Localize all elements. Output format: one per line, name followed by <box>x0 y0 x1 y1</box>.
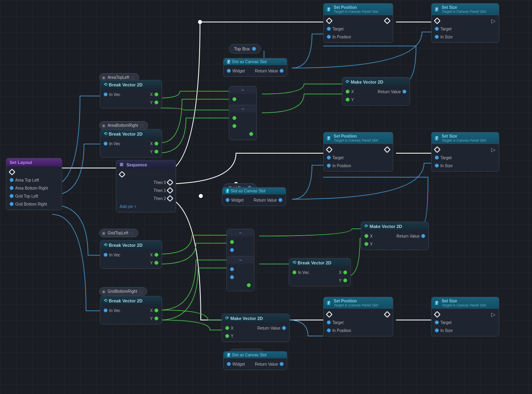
area-bottom-right-var-label: AreaBottomRight <box>108 123 138 128</box>
grid-top-left-label: Grid Top Left <box>15 194 38 198</box>
mv-grid-y-pin[interactable] <box>364 242 368 246</box>
area-bottom-right-label: Area Bottom Right <box>15 186 48 190</box>
seq-then2-pin[interactable] <box>167 195 174 202</box>
area-top-left-var-label: AreaTopLeft <box>108 75 129 80</box>
mv-extra-x-pin[interactable] <box>225 326 229 330</box>
bv-at-y-pin[interactable] <box>154 100 158 104</box>
ss1-insize-row: In Size <box>432 33 499 41</box>
sub1-a-pin[interactable] <box>232 97 236 101</box>
subtract-op-2: − <box>229 105 257 140</box>
ss2-exec-row: ▷ <box>432 146 499 154</box>
bv-gt-invec-row: In Vec X <box>100 251 162 259</box>
sp3-target-pin[interactable] <box>327 320 331 324</box>
break-vec-area-bot: ⟲ Break Vector 2D In Vec X Y <box>100 129 162 158</box>
bv-at-invec-pin[interactable] <box>104 92 108 96</box>
seq-add-pin[interactable]: Add pin + <box>116 202 176 210</box>
sub4-a-pin[interactable] <box>230 267 234 271</box>
mv-grid-x-pin[interactable] <box>364 234 368 238</box>
sp2-target-pin[interactable] <box>327 156 331 160</box>
top-box-label: Top Box <box>234 46 250 51</box>
sp3-exec-out[interactable] <box>384 311 391 318</box>
bv-gt-x-pin[interactable] <box>154 253 158 257</box>
bv-gt-invec-pin[interactable] <box>104 253 108 257</box>
area-bottom-right-pin[interactable] <box>10 186 14 190</box>
grid-top-left-pin[interactable] <box>10 194 14 198</box>
sp1-inpos-pin[interactable] <box>327 35 331 39</box>
seq-exec-in-pin[interactable] <box>119 171 126 178</box>
sp2-inpos-pin[interactable] <box>327 164 331 168</box>
sub2-b-pin[interactable] <box>232 124 236 128</box>
ss2-target-pin[interactable] <box>435 156 439 160</box>
ss2-insize-pin[interactable] <box>435 164 439 168</box>
sp2-exec-row <box>324 146 393 154</box>
sp2-exec-out[interactable] <box>384 146 391 153</box>
grid-bottom-right-var-label: GridBottomRight <box>108 289 137 294</box>
sub3-b-pin[interactable] <box>230 248 234 252</box>
sp1-exec-in[interactable] <box>326 18 333 24</box>
sp1-target-pin[interactable] <box>327 27 331 31</box>
ss3-insize-pin[interactable] <box>435 328 439 332</box>
ss1-target-pin[interactable] <box>435 27 439 31</box>
bv-ab-invec-pin[interactable] <box>104 142 108 146</box>
seq-then0-pin[interactable] <box>167 179 174 186</box>
ss3-target-row: Target <box>432 318 499 326</box>
bv-gb-y-pin[interactable] <box>154 316 158 320</box>
bv-ab-x-pin[interactable] <box>154 142 158 146</box>
sub2-out-pin[interactable] <box>249 132 253 136</box>
sub4-out-pin[interactable] <box>247 283 251 287</box>
mv-top-y-pin[interactable] <box>346 98 350 102</box>
slot-top-widget-row: Widget Return Value <box>224 67 287 75</box>
slot-extra-return-pin[interactable] <box>280 362 284 366</box>
ss2-exec-in[interactable] <box>434 146 441 153</box>
bv-at-x-pin[interactable] <box>154 92 158 96</box>
bv-inner-x-pin[interactable] <box>343 270 347 274</box>
slot-grid-widget-pin[interactable] <box>226 198 230 202</box>
sp3-exec-in[interactable] <box>326 311 333 318</box>
sub3-a-pin[interactable] <box>230 240 234 244</box>
grid-bottom-right-pin[interactable] <box>10 202 14 206</box>
ss3-exec-in[interactable] <box>434 311 441 318</box>
bv-gb-x-pin[interactable] <box>154 308 158 312</box>
sp3-target-row: Target <box>324 318 393 326</box>
bv-ab-y-pin[interactable] <box>154 150 158 154</box>
top-box-out-pin[interactable] <box>252 47 256 51</box>
mv-top-return-pin[interactable] <box>402 90 406 94</box>
break-vec-area-top-header: ⟲ Break Vector 2D <box>100 80 162 89</box>
ss1-exec-in[interactable] <box>434 18 441 24</box>
bv-gt-y-pin[interactable] <box>154 261 158 265</box>
exec-in-pin[interactable] <box>9 169 16 176</box>
sub2-a-pin[interactable] <box>232 116 236 120</box>
ss3-target-pin[interactable] <box>435 320 439 324</box>
make-vec-extra-header: ⟳ Make Vector 2D <box>222 314 289 322</box>
set-size-2-subtitle: Target is Canvas Panel Slot <box>442 138 486 142</box>
set-pos-3: f Set Position Target is Canvas Panel Sl… <box>323 297 393 336</box>
sequence-header: ⊞ Sequence <box>116 160 176 169</box>
mv-extra-return-pin[interactable] <box>282 326 286 330</box>
sub2-header: − <box>229 105 256 112</box>
slot-extra-widget-pin[interactable] <box>227 362 231 366</box>
slot-top-return-pin[interactable] <box>280 69 284 73</box>
bv-inner-y-pin[interactable] <box>343 278 347 282</box>
sp2-exec-in[interactable] <box>326 146 333 153</box>
seq-then1-pin[interactable] <box>167 187 174 194</box>
set-pos-1: f Set Position Target is Canvas Panel Sl… <box>323 3 393 43</box>
mv-grid-return-pin[interactable] <box>421 234 425 238</box>
sp1-exec-out[interactable] <box>384 18 391 24</box>
mv-grid-x-row: X Return Value <box>361 232 428 240</box>
slot-grid-return-pin[interactable] <box>278 198 282 202</box>
ss1-insize-pin[interactable] <box>435 35 439 39</box>
area-top-left-label: Area Top Left <box>15 178 39 182</box>
set-size-1: f Set Size Target is Canvas Panel Slot ▷… <box>431 3 499 43</box>
set-layout-exec-in <box>6 168 62 176</box>
bv-gb-invec-pin[interactable] <box>104 308 108 312</box>
set-layout-header: Set Layout <box>6 158 62 166</box>
sp3-inpos-pin[interactable] <box>327 328 331 332</box>
set-size-3-title: Set Size <box>442 299 486 303</box>
slot-top-widget-pin[interactable] <box>227 69 231 73</box>
area-top-left-pin[interactable] <box>10 178 14 182</box>
sub4-b-pin[interactable] <box>230 275 234 279</box>
mv-top-x-pin[interactable] <box>346 90 350 94</box>
bv-inner-invec-pin[interactable] <box>292 270 296 274</box>
mv-extra-y-pin[interactable] <box>225 334 229 338</box>
bv-gb-y-row: Y <box>100 314 162 322</box>
